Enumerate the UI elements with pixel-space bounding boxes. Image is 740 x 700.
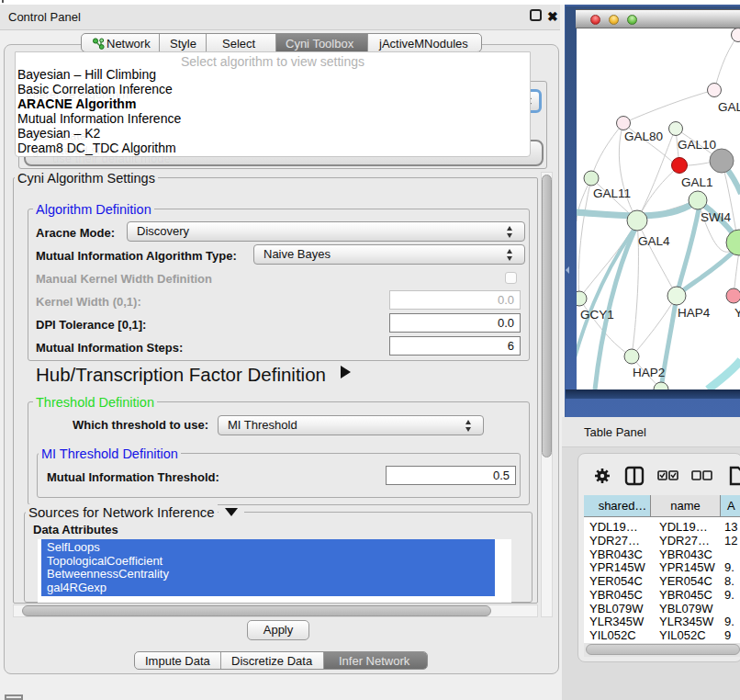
svg-text:GAL4: GAL4 (638, 234, 670, 248)
svg-text:HAP4: HAP4 (678, 306, 711, 320)
svg-text:GCY1: GCY1 (580, 308, 614, 322)
svg-text:SWI4: SWI4 (701, 210, 731, 224)
svg-text:Y: Y (734, 306, 740, 320)
svg-text:GAL80: GAL80 (624, 130, 663, 143)
svg-text:HAP2: HAP2 (633, 366, 665, 379)
svg-text:GAL11: GAL11 (593, 186, 631, 200)
svg-text:GAL10: GAL10 (678, 138, 716, 152)
svg-text:GAL: GAL (718, 100, 740, 114)
svg-text:GAL1: GAL1 (681, 175, 713, 189)
